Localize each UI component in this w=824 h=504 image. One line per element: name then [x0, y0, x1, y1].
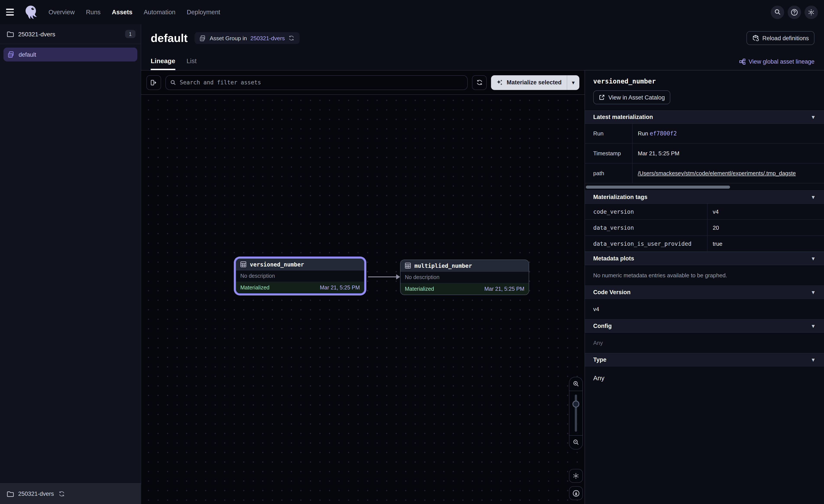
caret-down-icon: ▼	[571, 80, 576, 85]
section-label: Materialization tags	[593, 194, 811, 200]
settings-gear-icon[interactable]	[805, 5, 818, 19]
run-prefix: Run	[638, 130, 650, 137]
asset-details-panel: versioned_number View in Asset Catalog L…	[585, 71, 824, 504]
pill-text: Asset Group in	[210, 35, 247, 41]
row-path: path /Users/smackesey/stm/code/elementl/…	[585, 163, 824, 183]
folder-icon	[7, 491, 14, 497]
tag-value: v4	[708, 208, 824, 215]
scrollbar-thumb[interactable]	[586, 185, 730, 188]
lineage-toolbar: Materialize selected ▼	[141, 71, 585, 95]
zoom-slider-thumb[interactable]	[573, 401, 579, 407]
caret-down-icon: ▼	[811, 323, 816, 329]
asset-node-multiplied-number[interactable]: multiplied_number No description Materia…	[400, 260, 529, 295]
materialize-selected-button[interactable]: Materialize selected ▼	[491, 75, 579, 90]
view-in-asset-catalog-button[interactable]: View in Asset Catalog	[593, 91, 671, 104]
download-icon[interactable]	[569, 486, 583, 500]
pill-group-link[interactable]: 250321-dvers	[250, 35, 285, 41]
section-metadata-plots[interactable]: Metadata plots ▼	[585, 252, 824, 265]
sidebar-footer: 250321-dvers	[0, 483, 141, 504]
nav-link-automation[interactable]: Automation	[144, 9, 176, 16]
path-link[interactable]: /Users/smackesey/stm/code/elementl/exper…	[638, 170, 796, 176]
asset-group-icon	[8, 51, 15, 58]
dagster-app: Overview Runs Assets Automation Deployme…	[0, 0, 824, 504]
section-type[interactable]: Type ▼	[585, 353, 824, 366]
caret-down-icon: ▼	[811, 357, 816, 363]
zoom-out-icon[interactable]	[570, 435, 583, 449]
folder-icon	[7, 31, 14, 37]
graph-settings-gear-icon[interactable]	[569, 469, 583, 483]
asset-node-description: No description	[236, 270, 364, 282]
group-count-badge: 1	[125, 30, 135, 38]
caret-down-icon: ▼	[811, 289, 816, 295]
refresh-icon[interactable]	[58, 491, 65, 497]
sidebar-item-label: default	[19, 51, 36, 58]
status-badge: Materialized	[240, 285, 320, 291]
asset-node-name: versioned_number	[250, 261, 304, 268]
section-label: Code Version	[593, 289, 811, 295]
hamburger-icon[interactable]	[6, 6, 19, 19]
view-global-asset-lineage-link[interactable]: View global asset lineage	[739, 58, 815, 70]
footer-repo-name: 250321-dvers	[18, 491, 54, 497]
caret-down-icon: ▼	[811, 194, 816, 200]
row-run: Run Run ef7800f2	[585, 124, 824, 144]
section-label: Latest materialization	[593, 114, 811, 120]
zoom-slider-track[interactable]	[575, 395, 577, 432]
materialize-selected-label: Materialize selected	[507, 79, 561, 86]
materialize-dropdown-caret[interactable]: ▼	[567, 75, 579, 90]
search-icon	[170, 80, 176, 86]
panel-toggle-icon[interactable]	[146, 75, 161, 90]
tab-lineage[interactable]: Lineage	[151, 57, 175, 70]
section-materialization-tags[interactable]: Materialization tags ▼	[585, 191, 824, 204]
help-icon[interactable]	[788, 5, 801, 19]
tag-row: data_version 20	[585, 220, 824, 236]
zoom-controls	[569, 377, 583, 450]
sidebar-group-row[interactable]: 250321-dvers 1	[0, 24, 141, 44]
tab-list[interactable]: List	[186, 57, 197, 70]
lineage-pane: Materialize selected ▼	[141, 71, 585, 504]
table-icon	[405, 263, 411, 269]
tag-row: code_version v4	[585, 204, 824, 220]
tag-value: true	[708, 240, 824, 247]
reload-definitions-button[interactable]: Reload definitions	[746, 31, 815, 45]
section-code-version[interactable]: Code Version ▼	[585, 285, 824, 299]
refresh-icon[interactable]	[288, 35, 294, 41]
lineage-graph-icon	[739, 58, 746, 65]
caret-down-icon: ▼	[811, 255, 816, 261]
panel-asset-title: versioned_number	[593, 78, 824, 85]
asset-group-icon	[200, 35, 206, 41]
materialization-time: Mar 21, 5:25 PM	[320, 285, 360, 291]
zoom-slider[interactable]	[570, 391, 583, 435]
refresh-icon[interactable]	[472, 75, 487, 90]
dagster-logo[interactable]	[23, 4, 39, 20]
run-id-link[interactable]: ef7800f2	[650, 130, 677, 137]
page-header: default Asset Group in 250321-dvers	[141, 24, 824, 52]
type-value: Any	[585, 366, 824, 391]
sidebar-item-default[interactable]: default	[3, 47, 137, 61]
nav-link-runs[interactable]: Runs	[86, 9, 101, 16]
caret-down-icon: ▼	[811, 114, 816, 120]
page-title: default	[151, 31, 188, 45]
nav-link-assets[interactable]: Assets	[112, 9, 132, 16]
view-global-asset-lineage-label: View global asset lineage	[749, 58, 815, 65]
lineage-edge	[368, 276, 397, 277]
section-config[interactable]: Config ▼	[585, 319, 824, 333]
top-nav: Overview Runs Assets Automation Deployme…	[0, 0, 824, 24]
tag-key: code_version	[585, 204, 708, 219]
zoom-in-icon[interactable]	[570, 377, 583, 391]
search-input[interactable]	[180, 79, 463, 86]
tag-key: data_version_is_user_provided	[585, 236, 708, 251]
sidebar-group-name: 250321-dvers	[18, 30, 125, 37]
search-icon[interactable]	[771, 5, 784, 19]
nav-link-overview[interactable]: Overview	[48, 9, 75, 16]
section-label: Type	[593, 357, 811, 363]
timestamp-value: Mar 21, 5:25 PM	[633, 150, 824, 157]
reload-definitions-label: Reload definitions	[762, 35, 809, 41]
nav-actions	[771, 5, 818, 19]
nav-link-deployment[interactable]: Deployment	[187, 9, 220, 16]
lineage-graph-canvas[interactable]: versioned_number No description Material…	[141, 95, 585, 504]
table-icon	[240, 261, 246, 267]
section-latest-materialization[interactable]: Latest materialization ▼	[585, 110, 824, 124]
asset-node-versioned-number[interactable]: versioned_number No description Material…	[235, 258, 365, 294]
tabs-bar: Lineage List View global asset lineage	[141, 52, 824, 71]
status-badge: Materialized	[405, 286, 484, 292]
